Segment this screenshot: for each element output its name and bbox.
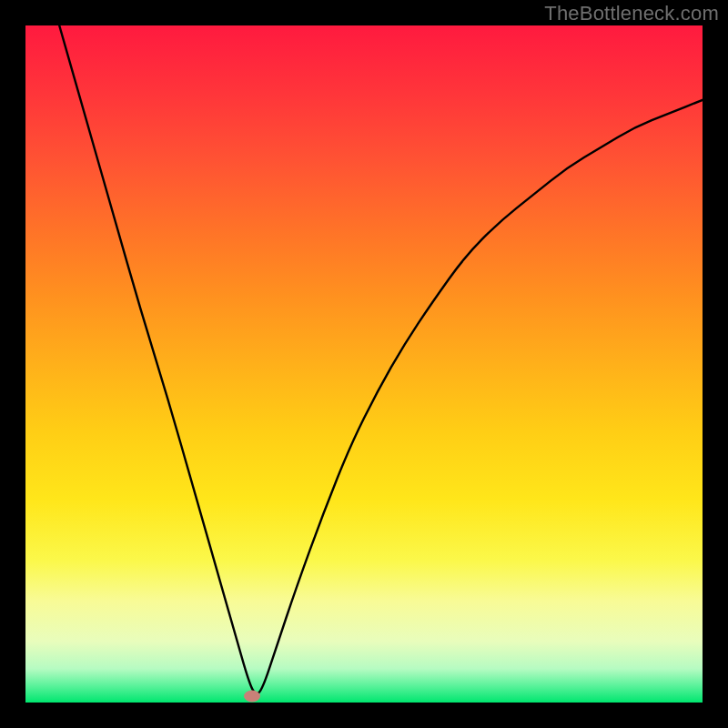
chart-frame: TheBottleneck.com — [0, 0, 728, 728]
plot-area — [25, 25, 703, 703]
watermark-text: TheBottleneck.com — [544, 2, 719, 25]
vertex-marker — [244, 690, 260, 702]
bottleneck-curve — [25, 25, 703, 703]
